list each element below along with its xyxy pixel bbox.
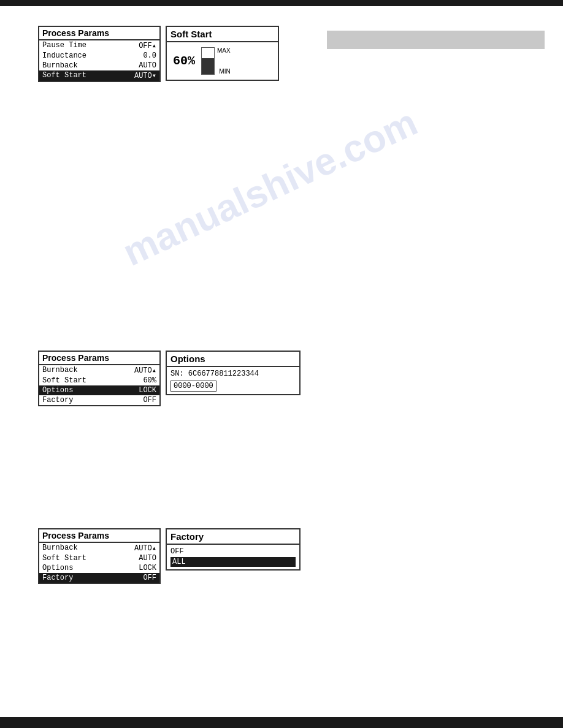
- panel2-row-2-label: Options: [42, 386, 132, 395]
- panel3-row-0-label: Burnback: [42, 544, 132, 553]
- panel2-row-1: Soft Start 60%: [39, 376, 159, 385]
- panel2-row-0: Burnback AUTO▴: [39, 365, 159, 376]
- soft-start-max-label: MAX: [217, 47, 231, 54]
- panel3-title: Process Params: [39, 529, 159, 543]
- top-bar: [0, 0, 563, 6]
- soft-start-content: 60% MAX MIN: [167, 42, 278, 80]
- panel2-row-3: Factory OFF: [39, 395, 159, 405]
- process-params-panel-3: Process Params Burnback AUTO▴ Soft Start…: [38, 528, 161, 584]
- soft-start-max-min: MAX MIN: [217, 47, 233, 75]
- panel3-row-3[interactable]: Factory OFF: [39, 573, 159, 583]
- panel1-row-3-label: Soft Start: [42, 71, 132, 80]
- panel3-row-1-label: Soft Start: [42, 554, 132, 563]
- soft-start-bar-fill: [202, 58, 214, 74]
- process-params-panel-2: Process Params Burnback AUTO▴ Soft Start…: [38, 351, 161, 406]
- panel3-row-2: Options LOCK: [39, 563, 159, 573]
- panel3-row-1: Soft Start AUTO: [39, 553, 159, 563]
- panel2-row-2-value: LOCK: [132, 386, 156, 395]
- process-params-panel-1: Process Params Pause Time OFF▴ Inductanc…: [38, 26, 161, 82]
- soft-start-percent: 60%: [173, 54, 195, 68]
- panel3-row-0-value: AUTO▴: [132, 544, 156, 553]
- options-content: SN: 6C66778811223344 0000-0000: [167, 367, 299, 394]
- watermark: manualshive.com: [116, 100, 424, 274]
- factory-panel: Factory OFF ALL: [166, 528, 301, 571]
- soft-start-min-label: MIN: [219, 68, 230, 75]
- soft-start-panel: Soft Start 60% MAX MIN: [166, 26, 279, 81]
- panel1-row-2: Burnback AUTO: [39, 61, 159, 70]
- soft-start-bar-track: [201, 47, 215, 75]
- panel3-row-3-value: OFF: [132, 574, 156, 582]
- panel3-row-1-value: AUTO: [132, 554, 156, 563]
- panel2-row-1-label: Soft Start: [42, 376, 132, 385]
- options-code[interactable]: 0000-0000: [170, 381, 216, 392]
- gray-header-rect: [327, 31, 545, 49]
- panel1-row-3[interactable]: Soft Start AUTO▾: [39, 70, 159, 81]
- factory-all-option[interactable]: ALL: [170, 557, 296, 567]
- options-title: Options: [167, 352, 299, 367]
- options-sn: SN: 6C66778811223344: [170, 370, 296, 378]
- factory-content: OFF ALL: [167, 545, 299, 569]
- panel2-row-3-label: Factory: [42, 396, 132, 404]
- panel3-row-2-label: Options: [42, 564, 132, 572]
- factory-title: Factory: [167, 529, 299, 545]
- bottom-bar: [0, 717, 563, 728]
- panel2-row-0-value: AUTO▴: [132, 366, 156, 375]
- panel2-row-0-label: Burnback: [42, 366, 132, 375]
- panel1-row-1-value: 0.0: [132, 51, 156, 60]
- panel2-row-3-value: OFF: [132, 396, 156, 404]
- panel1-row-1: Inductance 0.0: [39, 51, 159, 61]
- panel2-row-1-value: 60%: [132, 376, 156, 385]
- soft-start-title: Soft Start: [167, 27, 278, 42]
- panel2-title: Process Params: [39, 352, 159, 365]
- panel1-row-3-value: AUTO▾: [132, 71, 156, 80]
- options-panel: Options SN: 6C66778811223344 0000-0000: [166, 351, 301, 395]
- soft-start-bar-visual: MAX MIN: [201, 47, 233, 75]
- panel2-row-2[interactable]: Options LOCK: [39, 385, 159, 395]
- panel3-row-0: Burnback AUTO▴: [39, 543, 159, 553]
- panel1-title: Process Params: [39, 27, 159, 40]
- panel3-row-3-label: Factory: [42, 574, 132, 582]
- panel1-row-0-value: OFF▴: [132, 41, 156, 50]
- panel1-row-0: Pause Time OFF▴: [39, 40, 159, 51]
- panel1-row-2-label: Burnback: [42, 61, 132, 70]
- panel1-row-1-label: Inductance: [42, 51, 132, 60]
- panel1-row-0-label: Pause Time: [42, 41, 132, 50]
- panel1-row-2-value: AUTO: [132, 61, 156, 70]
- factory-off-label: OFF: [170, 547, 296, 556]
- panel3-row-2-value: LOCK: [132, 564, 156, 572]
